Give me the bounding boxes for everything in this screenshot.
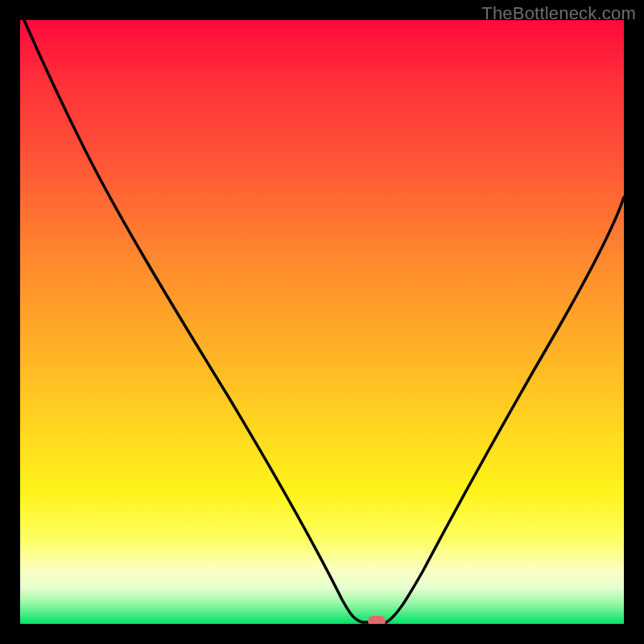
- watermark-text: TheBottleneck.com: [481, 3, 636, 24]
- bottleneck-curve: [24, 20, 624, 622]
- chart-frame: TheBottleneck.com: [0, 0, 644, 644]
- optimum-marker: [368, 616, 386, 624]
- curve-layer: [20, 20, 624, 624]
- plot-area: [20, 20, 624, 624]
